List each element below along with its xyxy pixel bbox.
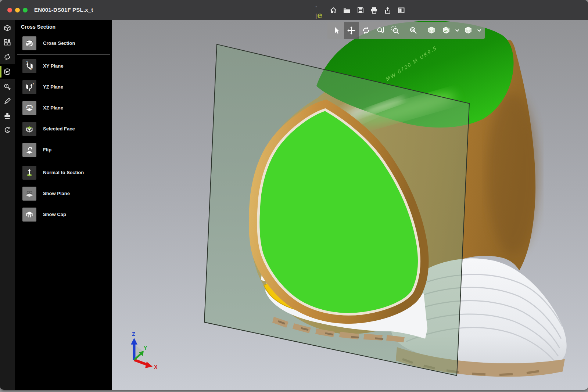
markup-tool-icon[interactable] [0,94,15,108]
shoe-model-scene: MW 0720 M UK9.5 [112,20,588,390]
item-label: Selected Face [43,126,75,132]
normal-to-section-item[interactable]: Normal to Section [15,162,112,183]
panel-title: Cross Section [21,24,112,30]
cross-section-icon [22,36,36,50]
open-folder-icon[interactable] [343,6,351,15]
svg-text:x: x [30,67,32,70]
stamp-tool-icon[interactable] [0,108,15,123]
triad-z-label: Z [132,331,135,337]
print-icon[interactable] [370,6,379,15]
titlebar-toolbar: -|e [315,0,406,20]
zoom-fit-tool[interactable] [406,22,421,39]
item-label: Normal to Section [43,170,84,175]
view-orientation-tool[interactable] [424,22,439,39]
show-plane-item[interactable]: Show Plane [15,183,112,204]
xz-plane-item[interactable]: zx XZ Plane [15,97,112,118]
triad-y-label: Y [144,345,147,351]
zoom-area-tool[interactable] [388,22,403,39]
show-plane-icon [22,187,36,201]
save-icon[interactable] [356,6,365,15]
show-cap-item[interactable]: Show Cap [15,204,112,225]
rotate-tool[interactable] [359,22,373,39]
cross-section-panel: Cross Section Cross Section Yx XY Plane … [15,20,112,390]
flip-icon [22,143,36,157]
zoom-in-out-tool[interactable] [373,22,388,39]
flip-item[interactable]: Flip [15,139,112,160]
item-label: YZ Plane [43,84,63,90]
item-label: Flip [43,147,51,152]
edrawings-logo-icon: -|e [315,6,324,15]
svg-text:Y: Y [26,61,28,64]
svg-text:Y: Y [32,82,34,85]
toggle-panel-icon[interactable] [397,6,406,15]
item-label: Cross Section [43,40,75,46]
pan-tool[interactable] [344,22,359,39]
select-tool[interactable] [329,22,344,39]
close-button[interactable] [7,8,12,12]
xy-plane-item[interactable]: Yx XY Plane [15,55,112,76]
reset-tool-icon[interactable] [0,123,15,138]
xy-plane-icon: Yx [22,59,36,73]
item-label: XZ Plane [43,105,63,111]
minimize-button[interactable] [15,8,20,12]
viewport-toolbar [327,22,485,39]
xz-plane-icon: zx [22,101,36,115]
yz-plane-icon: Yz [22,80,36,94]
viewport-3d[interactable]: MW 0720 M UK9.5 [112,20,588,390]
triad-x-label: X [154,364,158,370]
zoom-button[interactable] [23,8,28,12]
yz-plane-item[interactable]: Yz YZ Plane [15,76,112,97]
selected-face-icon [22,122,36,136]
named-views-tool[interactable] [439,22,453,39]
display-mode-tool[interactable] [461,22,476,39]
item-label: Show Plane [43,191,70,196]
left-tool-strip [0,20,15,390]
cross-section-tool-icon[interactable] [0,64,15,79]
app-window: EN001-DS01F PSL.x_t -|e [0,0,588,390]
cross-section-item[interactable]: Cross Section [15,33,112,54]
named-views-dropdown-icon[interactable] [453,22,461,39]
item-label: Show Cap [43,212,66,217]
normal-to-section-icon [22,166,36,180]
divider [17,161,110,161]
svg-text:x: x [31,105,33,108]
divider [17,54,110,55]
display-mode-dropdown-icon[interactable] [476,22,483,39]
model-tool-icon[interactable] [0,20,15,35]
animate-tool-icon[interactable] [0,50,15,64]
measure-tool-icon[interactable] [0,79,15,94]
share-icon[interactable] [383,6,392,15]
item-label: XY Plane [43,63,63,69]
components-tool-icon[interactable] [0,35,15,50]
title-bar: EN001-DS01F PSL.x_t -|e [0,0,588,20]
window-title: EN001-DS01F PSL.x_t [34,7,93,13]
selected-face-item[interactable]: Selected Face [15,118,112,139]
home-icon[interactable] [329,6,338,15]
orientation-triad: Z Y X [131,331,158,370]
show-cap-icon [22,208,36,222]
